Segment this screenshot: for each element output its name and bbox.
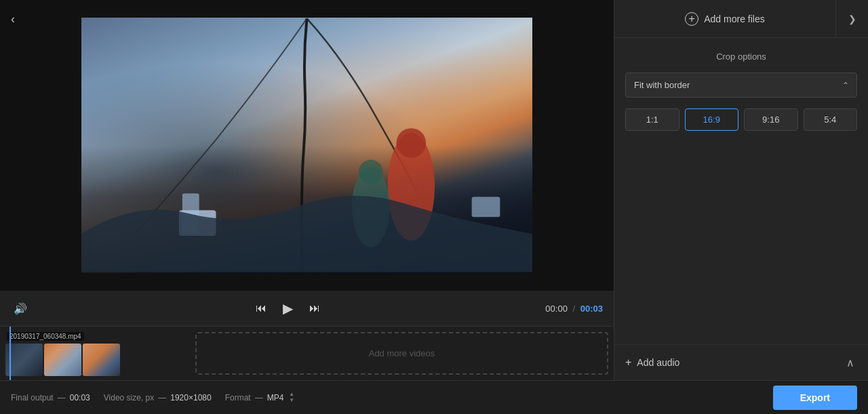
skip-fwd-icon: ⏭ [309, 302, 320, 314]
time-current: 00:00 [545, 304, 568, 314]
right-panel: + Add more files ❯ Crop options Fit with… [614, 0, 868, 380]
svg-point-2 [352, 167, 390, 247]
add-audio-button[interactable]: + Add audio [625, 356, 844, 369]
left-panel: ‹ [0, 0, 614, 380]
collapse-audio-button[interactable]: ∧ [844, 354, 857, 372]
add-files-label: Add more files [704, 14, 764, 24]
time-display: 00:00 / 00:03 [545, 304, 603, 314]
ratio-buttons: 1:1 16:9 9:16 5:4 [625, 108, 857, 131]
svg-point-0 [388, 133, 435, 241]
video-size-value: 1920×1080 [170, 393, 211, 402]
crop-section: Crop options Fit with border Crop to fil… [614, 38, 868, 344]
final-output-item: Final output — 00:03 [11, 393, 104, 402]
video-container [0, 0, 614, 291]
thumbnail-3 [83, 344, 120, 376]
controls-bar: 🔊 ⏮ ▶ ⏭ 00:00 / 00:03 [0, 291, 614, 326]
thumbnail-2 [44, 344, 81, 376]
crop-dropdown-wrapper: Fit with border Crop to fill Stretch to … [625, 73, 857, 98]
ratio-16-9-button[interactable]: 16:9 [685, 108, 739, 131]
final-output-value: 00:03 [70, 393, 90, 402]
plus-circle-icon: + [685, 12, 698, 26]
timeline-area: 20190317_060348.mp4 Add more videos [0, 326, 614, 380]
svg-rect-4 [179, 210, 216, 236]
final-output-label: Final output [11, 393, 54, 402]
video-size-dash: — [158, 393, 166, 402]
format-stepper-down[interactable]: ▼ [289, 398, 294, 403]
svg-rect-6 [472, 196, 500, 217]
format-value: MP4 [267, 393, 284, 402]
ratio-1-1-button[interactable]: 1:1 [625, 108, 679, 131]
add-files-dropdown-button[interactable]: ❯ [835, 0, 868, 37]
status-bar: Final output — 00:03 Video size, px — 19… [0, 380, 868, 414]
add-audio-label: Add audio [637, 357, 679, 368]
time-total: 00:03 [580, 304, 603, 314]
volume-button[interactable]: 🔊 [11, 299, 30, 318]
final-output-dash: — [58, 393, 66, 402]
skip-forward-button[interactable]: ⏭ [304, 299, 326, 317]
add-audio-plus-icon: + [625, 356, 631, 369]
svg-rect-5 [182, 193, 199, 234]
time-separator: / [573, 304, 576, 314]
add-more-videos-zone[interactable]: Add more videos [195, 332, 608, 375]
svg-point-1 [397, 128, 427, 158]
play-button[interactable]: ▶ [277, 297, 298, 319]
format-dash: — [255, 393, 263, 402]
crop-mode-select[interactable]: Fit with border Crop to fill Stretch to … [625, 73, 857, 98]
ratio-9-16-button[interactable]: 9:16 [744, 108, 798, 131]
export-button[interactable]: Export [773, 386, 857, 410]
add-more-videos-label: Add more videos [369, 348, 435, 358]
play-icon: ▶ [283, 300, 293, 316]
video-preview [81, 18, 532, 273]
svg-point-3 [359, 160, 383, 184]
transport-controls: ⏮ ▶ ⏭ [41, 297, 534, 319]
format-item: Format — MP4 ▲ ▼ [225, 392, 309, 403]
format-stepper[interactable]: ▲ ▼ [289, 392, 294, 403]
clip-thumbnails [5, 344, 120, 376]
skip-back-icon: ⏮ [256, 302, 267, 314]
timeline-clip: 20190317_060348.mp4 [0, 327, 190, 380]
video-size-label: Video size, px [104, 393, 155, 402]
add-audio-header: + Add audio ∧ [625, 345, 857, 380]
add-files-bar: + Add more files ❯ [614, 0, 868, 38]
dropdown-arrow-icon: ❯ [848, 14, 856, 24]
playhead [9, 327, 11, 380]
collapse-icon: ∧ [846, 357, 854, 369]
crop-options-title: Crop options [625, 51, 857, 62]
volume-icon: 🔊 [14, 303, 27, 314]
clip-label: 20190317_060348.mp4 [7, 332, 84, 341]
thumbnail-1 [5, 344, 43, 376]
skip-back-button[interactable]: ⏮ [250, 299, 272, 317]
format-stepper-up[interactable]: ▲ [289, 392, 294, 397]
format-label: Format [225, 393, 251, 402]
add-files-button[interactable]: + Add more files [614, 0, 835, 37]
add-audio-section: + Add audio ∧ [614, 344, 868, 380]
ratio-5-4-button[interactable]: 5:4 [804, 108, 858, 131]
video-size-item: Video size, px — 1920×1080 [104, 393, 225, 402]
back-button[interactable]: ‹ [5, 9, 20, 29]
